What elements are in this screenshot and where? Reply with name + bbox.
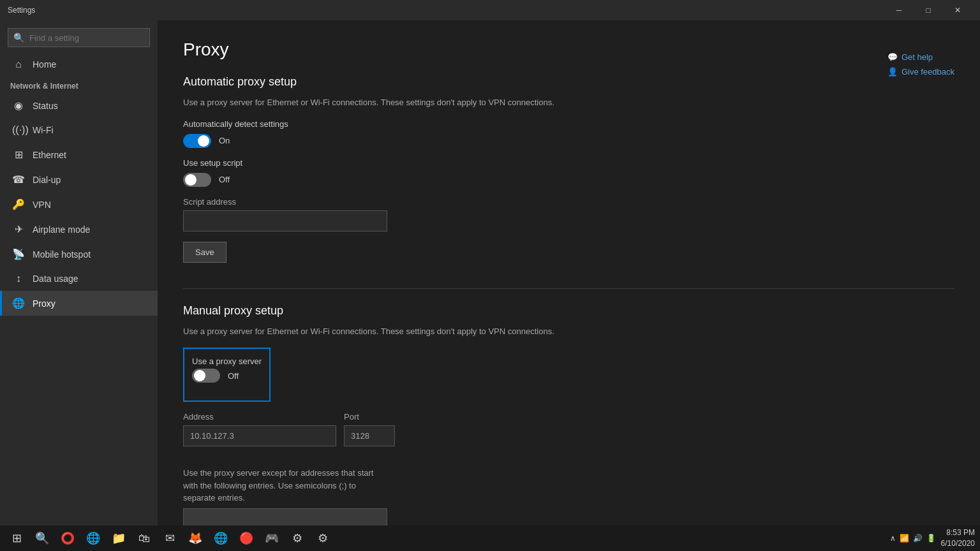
use-proxy-thumb	[194, 370, 205, 381]
sidebar-item-status-label: Status	[33, 101, 58, 111]
give-feedback-link[interactable]: 👤 Give feedback	[887, 67, 954, 77]
store-icon[interactable]: 🛍	[133, 527, 156, 550]
auto-section-desc: Use a proxy server for Ethernet or Wi-Fi…	[183, 96, 954, 109]
auto-detect-thumb	[198, 135, 209, 147]
sidebar-item-ethernet[interactable]: ⊞ Ethernet	[0, 142, 158, 167]
minimize-button[interactable]: ─	[884, 0, 914, 20]
sidebar-item-home[interactable]: ⌂ Home	[0, 52, 158, 77]
titlebar: Settings ─ □ ✕	[0, 0, 980, 20]
titlebar-controls: ─ □ ✕	[884, 0, 972, 20]
sidebar-item-status[interactable]: ◉ Status	[0, 93, 158, 118]
search-taskbar-button[interactable]: 🔍	[31, 527, 54, 550]
script-address-group: Script address	[183, 197, 387, 231]
wifi-icon: ((·))	[12, 124, 25, 136]
volume-icon[interactable]: 🔊	[913, 534, 923, 543]
network-icon[interactable]: 📶	[900, 534, 909, 543]
sidebar-item-vpn[interactable]: 🔑 VPN	[0, 192, 158, 217]
setup-script-label: Use setup script	[183, 158, 954, 168]
sidebar-item-hotspot[interactable]: 📡 Mobile hotspot	[0, 242, 158, 267]
taskbar-right: ∧ 📶 🔊 🔋 8:53 PM 6/10/2020	[890, 527, 975, 549]
edge-icon[interactable]: 🌐	[82, 527, 105, 550]
dialup-icon: ☎	[12, 173, 25, 186]
use-proxy-toggle-row: Off	[192, 369, 262, 383]
get-help-label: Get help	[902, 52, 933, 62]
sidebar-item-proxy[interactable]: 🌐 Proxy	[0, 291, 158, 316]
script-address-label: Script address	[183, 197, 387, 207]
vpn-icon: 🔑	[12, 198, 25, 210]
section-divider	[183, 288, 954, 289]
taskbar-date-display: 6/10/2020	[941, 538, 975, 549]
auto-save-button[interactable]: Save	[183, 242, 226, 263]
task-view-button[interactable]: ⭕	[56, 527, 79, 550]
sidebar-item-wifi[interactable]: ((·)) Wi-Fi	[0, 118, 158, 142]
auto-detect-container: Automatically detect settings On	[183, 119, 954, 158]
proxy-icon: 🌐	[12, 297, 25, 309]
opera-icon[interactable]: 🔴	[235, 527, 258, 550]
search-icon: 🔍	[13, 33, 24, 43]
port-group: Port	[344, 412, 395, 446]
address-label: Address	[183, 412, 336, 422]
explorer-icon[interactable]: 📁	[107, 527, 130, 550]
sidebar-item-vpn-label: VPN	[33, 200, 51, 210]
ethernet-icon: ⊞	[12, 149, 25, 161]
battery-icon[interactable]: 🔋	[926, 534, 936, 543]
page-title: Proxy	[183, 40, 954, 60]
sidebar-item-wifi-label: Wi-Fi	[33, 125, 54, 135]
status-icon: ◉	[12, 99, 25, 112]
manual-section-title: Manual proxy setup	[183, 304, 954, 318]
give-feedback-label: Give feedback	[902, 67, 954, 77]
home-icon: ⌂	[12, 59, 25, 70]
exceptions-input[interactable]	[183, 508, 387, 526]
manual-section-desc: Use a proxy server for Ethernet or Wi-Fi…	[183, 325, 954, 338]
address-input[interactable]	[183, 425, 336, 446]
auto-detect-label: Automatically detect settings	[183, 119, 954, 129]
search-box[interactable]: 🔍	[8, 28, 150, 47]
systray: ∧ 📶 🔊 🔋	[890, 534, 936, 543]
search-input[interactable]	[29, 33, 144, 43]
titlebar-title: Settings	[8, 6, 35, 15]
use-proxy-toggle[interactable]	[192, 369, 220, 383]
exceptions-group: Use the proxy server except for addresse…	[183, 467, 387, 525]
address-group: Address	[183, 412, 336, 446]
firefox-icon[interactable]: 🦊	[184, 527, 207, 550]
auto-detect-toggle[interactable]	[183, 134, 211, 148]
use-proxy-label: Use a proxy server	[192, 356, 262, 366]
game-icon[interactable]: 🎮	[260, 527, 283, 550]
script-address-input[interactable]	[183, 210, 387, 231]
setup-script-container: Use setup script Off	[183, 158, 954, 197]
sidebar-item-home-label: Home	[33, 59, 56, 70]
start-button[interactable]: ⊞	[5, 527, 28, 550]
taskbar-clock[interactable]: 8:53 PM 6/10/2020	[941, 527, 975, 549]
give-feedback-icon: 👤	[887, 67, 898, 77]
sidebar-item-ethernet-label: Ethernet	[33, 150, 66, 160]
auto-detect-toggle-row: On	[183, 134, 954, 148]
port-input[interactable]	[344, 425, 395, 446]
airplane-icon: ✈	[12, 223, 25, 235]
taskbar-time-display: 8:53 PM	[941, 527, 975, 538]
sidebar-item-dialup-label: Dial-up	[33, 175, 61, 185]
setup-script-state: Off	[219, 175, 230, 184]
app-body: 🔍 ⌂ Home Network & Internet ◉ Status ((·…	[0, 20, 980, 525]
chevron-up-icon[interactable]: ∧	[890, 534, 896, 543]
sidebar: 🔍 ⌂ Home Network & Internet ◉ Status ((·…	[0, 20, 158, 525]
sidebar-item-airplane-label: Airplane mode	[33, 224, 90, 235]
sidebar-item-dialup[interactable]: ☎ Dial-up	[0, 167, 158, 192]
sidebar-item-proxy-label: Proxy	[33, 298, 56, 309]
get-help-link[interactable]: 💬 Get help	[887, 52, 954, 62]
sidebar-item-datausage[interactable]: ↕ Data usage	[0, 267, 158, 291]
maximize-button[interactable]: □	[914, 0, 943, 20]
sidebar-item-hotspot-label: Mobile hotspot	[33, 249, 91, 260]
datausage-icon: ↕	[12, 273, 25, 284]
sidebar-item-datausage-label: Data usage	[33, 274, 78, 284]
chrome-icon[interactable]: 🌐	[209, 527, 232, 550]
mail-icon[interactable]: ✉	[158, 527, 181, 550]
setup-script-thumb	[185, 174, 197, 186]
sidebar-section-label: Network & Internet	[0, 77, 158, 93]
sidebar-item-airplane[interactable]: ✈ Airplane mode	[0, 217, 158, 242]
help-links: 💬 Get help 👤 Give feedback	[887, 52, 954, 77]
close-button[interactable]: ✕	[943, 0, 972, 20]
app2-icon[interactable]: ⚙	[311, 527, 334, 550]
settings-taskbar-icon[interactable]: ⚙	[286, 527, 309, 550]
setup-script-toggle-row: Off	[183, 173, 954, 187]
setup-script-toggle[interactable]	[183, 173, 211, 187]
